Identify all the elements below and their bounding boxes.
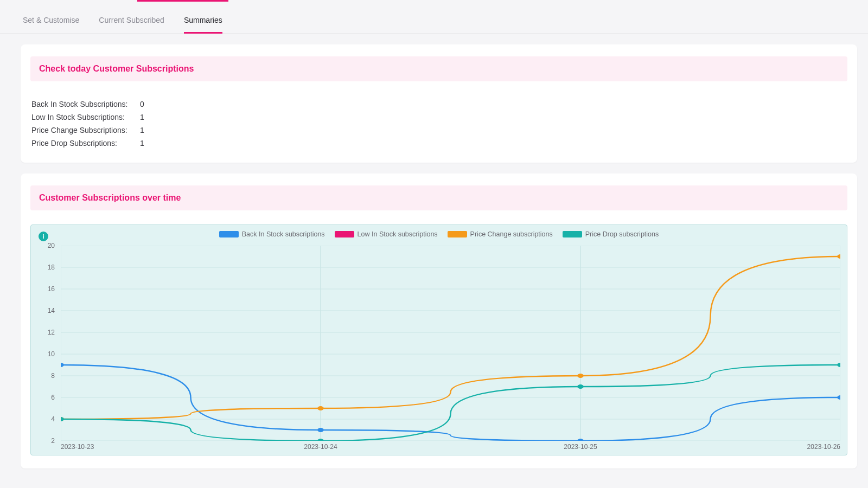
y-tick-label: 4 [51,415,55,423]
x-tick-label: 2023-10-23 [61,443,94,451]
stat-value: 1 [140,113,148,121]
y-tick-label: 16 [48,285,55,293]
stat-row-back-in-stock: Back In Stock Subscriptions: 0 [31,98,847,111]
y-tick-label: 14 [48,307,55,314]
chart-svg [61,246,840,441]
legend-item-back[interactable]: Back In Stock subscriptions [219,230,325,238]
legend-item-low[interactable]: Low In Stock subscriptions [335,230,438,238]
y-tick-label: 18 [48,264,55,271]
stat-value: 1 [140,126,148,134]
over-time-card: Customer Subscriptions over time i Back … [21,174,857,468]
y-tick-label: 20 [48,242,55,249]
svg-point-25 [837,363,840,367]
chart-container: i Back In Stock subscriptions Low In Sto… [30,224,847,455]
svg-point-16 [577,439,583,441]
y-tick-label: 10 [48,350,55,358]
stat-value: 0 [140,100,148,108]
tabs-bar: Set & Customise Current Subscribed Summa… [0,0,868,34]
x-tick-label: 2023-10-26 [807,443,840,451]
svg-point-19 [317,406,323,410]
legend-swatch [219,231,239,237]
legend-item-change[interactable]: Price Change subscriptions [448,230,553,238]
svg-point-20 [577,374,583,378]
y-tick-label: 8 [51,372,55,380]
legend-swatch [335,231,354,237]
svg-point-22 [61,417,64,421]
tab-current-subscribed[interactable]: Current Subscribed [99,16,164,34]
legend-item-drop[interactable]: Price Drop subscriptions [563,230,659,238]
y-tick-label: 6 [51,394,55,401]
stat-label: Low In Stock Subscriptions: [31,113,132,121]
stat-row-price-change: Price Change Subscriptions: 1 [31,124,847,137]
stat-row-low-in-stock: Low In Stock Subscriptions: 1 [31,111,847,124]
y-tick-label: 12 [48,329,55,336]
legend-label: Back In Stock subscriptions [242,230,325,238]
chart-legend: Back In Stock subscriptions Low In Stock… [37,230,840,238]
legend-label: Low In Stock subscriptions [358,230,438,238]
over-time-card-title: Customer Subscriptions over time [30,185,847,210]
chart-plot-area [61,246,840,441]
x-tick-label: 2023-10-24 [304,443,337,451]
chart-y-ticks: 2468101214161820 [31,246,58,441]
today-subscriptions-card: Check today Customer Subscriptions Back … [21,44,857,163]
svg-point-15 [317,428,323,432]
chart-x-ticks: 2023-10-232023-10-242023-10-252023-10-26 [61,443,840,452]
y-tick-label: 2 [51,437,55,445]
today-stats-list: Back In Stock Subscriptions: 0 Low In St… [30,98,847,150]
x-tick-label: 2023-10-25 [564,443,597,451]
top-accent-strip [137,0,228,2]
stat-label: Price Drop Subscriptions: [31,139,132,147]
stat-label: Back In Stock Subscriptions: [31,100,132,108]
page-content: Check today Customer Subscriptions Back … [0,34,868,468]
legend-swatch [448,231,467,237]
tab-set-customise[interactable]: Set & Customise [23,16,79,34]
legend-label: Price Drop subscriptions [585,230,659,238]
svg-point-17 [837,395,840,400]
legend-swatch [563,231,582,237]
today-card-title: Check today Customer Subscriptions [30,56,847,81]
stat-row-price-drop: Price Drop Subscriptions: 1 [31,137,847,150]
stat-label: Price Change Subscriptions: [31,126,132,134]
legend-label: Price Change subscriptions [470,230,553,238]
svg-point-23 [317,439,323,441]
svg-point-14 [61,363,64,367]
svg-point-21 [837,254,840,259]
svg-point-24 [577,384,583,389]
tab-summaries[interactable]: Summaries [184,16,222,34]
stat-value: 1 [140,139,148,147]
info-icon[interactable]: i [39,232,48,241]
